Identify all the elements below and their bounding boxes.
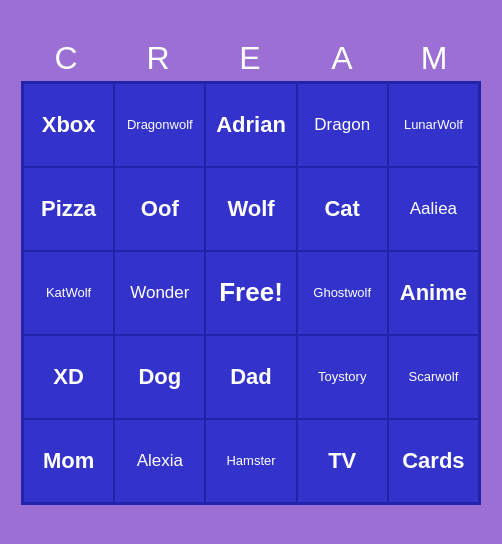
cell-text-0-0: Xbox	[42, 112, 96, 138]
cell-4-3: TV	[298, 420, 389, 502]
cell-text-0-1: Dragonwolf	[127, 117, 193, 132]
grid-row-1: PizzaOofWolfCatAaliea	[24, 168, 478, 252]
cell-text-0-4: LunarWolf	[404, 117, 463, 132]
cell-text-2-1: Wonder	[130, 283, 189, 303]
cell-3-0: XD	[24, 336, 115, 418]
cell-text-2-3: Ghostwolf	[313, 285, 371, 300]
cell-1-4: Aaliea	[389, 168, 478, 250]
cell-1-2: Wolf	[206, 168, 297, 250]
cell-3-2: Dad	[206, 336, 297, 418]
cell-text-2-4: Anime	[400, 280, 467, 306]
cell-4-4: Cards	[389, 420, 478, 502]
cell-text-0-2: Adrian	[216, 112, 286, 138]
cell-text-1-4: Aaliea	[410, 199, 457, 219]
cell-2-0: KatWolf	[24, 252, 115, 334]
header-letter-a: A	[297, 40, 389, 77]
cell-2-1: Wonder	[115, 252, 206, 334]
cell-0-4: LunarWolf	[389, 84, 478, 166]
cell-text-3-0: XD	[53, 364, 84, 390]
cell-4-2: Hamster	[206, 420, 297, 502]
header-letter-e: E	[205, 40, 297, 77]
header-letter-m: M	[389, 40, 481, 77]
cell-0-1: Dragonwolf	[115, 84, 206, 166]
cell-text-1-0: Pizza	[41, 196, 96, 222]
cell-1-3: Cat	[298, 168, 389, 250]
bingo-grid: XboxDragonwolfAdrianDragonLunarWolfPizza…	[21, 81, 481, 505]
cell-1-0: Pizza	[24, 168, 115, 250]
cell-text-0-3: Dragon	[314, 115, 370, 135]
cell-1-1: Oof	[115, 168, 206, 250]
grid-row-0: XboxDragonwolfAdrianDragonLunarWolf	[24, 84, 478, 168]
cell-3-3: Toystory	[298, 336, 389, 418]
cell-text-4-3: TV	[328, 448, 356, 474]
cell-0-2: Adrian	[206, 84, 297, 166]
cell-2-2: Free!	[206, 252, 297, 334]
cell-text-3-1: Dog	[138, 364, 181, 390]
cell-4-0: Mom	[24, 420, 115, 502]
cell-0-0: Xbox	[24, 84, 115, 166]
cell-text-4-4: Cards	[402, 448, 464, 474]
cell-3-4: Scarwolf	[389, 336, 478, 418]
grid-row-2: KatWolfWonderFree!GhostwolfAnime	[24, 252, 478, 336]
header-row: CREAM	[21, 40, 481, 77]
cell-text-1-2: Wolf	[227, 196, 274, 222]
grid-row-4: MomAlexiaHamsterTVCards	[24, 420, 478, 502]
cell-0-3: Dragon	[298, 84, 389, 166]
header-letter-c: C	[21, 40, 113, 77]
cell-text-3-3: Toystory	[318, 369, 366, 384]
cell-text-4-0: Mom	[43, 448, 94, 474]
cell-2-3: Ghostwolf	[298, 252, 389, 334]
cell-text-2-0: KatWolf	[46, 285, 91, 300]
cell-text-4-1: Alexia	[137, 451, 183, 471]
cell-text-2-2: Free!	[219, 277, 283, 308]
cell-text-1-3: Cat	[324, 196, 359, 222]
cell-4-1: Alexia	[115, 420, 206, 502]
cell-3-1: Dog	[115, 336, 206, 418]
cell-text-3-4: Scarwolf	[408, 369, 458, 384]
cell-2-4: Anime	[389, 252, 478, 334]
header-letter-r: R	[113, 40, 205, 77]
grid-row-3: XDDogDadToystoryScarwolf	[24, 336, 478, 420]
cell-text-1-1: Oof	[141, 196, 179, 222]
cell-text-4-2: Hamster	[226, 453, 275, 468]
cell-text-3-2: Dad	[230, 364, 272, 390]
bingo-board: CREAM XboxDragonwolfAdrianDragonLunarWol…	[11, 30, 491, 515]
